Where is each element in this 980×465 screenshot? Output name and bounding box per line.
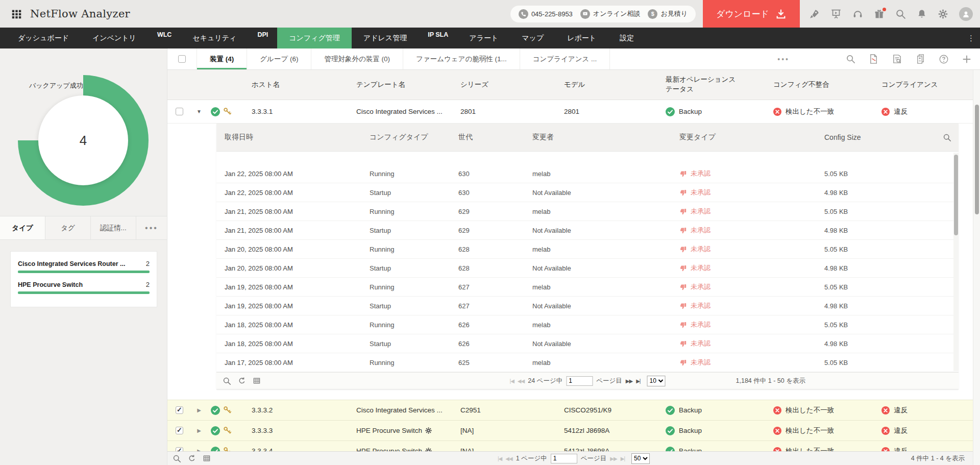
refresh-icon[interactable] (238, 377, 246, 385)
col-header-host[interactable]: ホスト名 (237, 80, 339, 90)
sidebar-tab-credentials[interactable]: 認証情... (91, 216, 136, 239)
nav-tab-maps[interactable]: マップ (510, 28, 555, 48)
sidebar-tab-type[interactable]: タイプ (0, 216, 45, 239)
device-host[interactable]: 3.3.3.1 (237, 108, 339, 115)
page-size-select[interactable]: 50 (631, 453, 650, 464)
table-view-icon[interactable] (203, 454, 211, 462)
presentation-icon[interactable] (830, 8, 842, 19)
device-template[interactable]: HPE Procurve Switch (339, 427, 449, 434)
prev-page-button[interactable]: ◀◀ (505, 456, 512, 461)
prev-page-button[interactable]: ◀◀ (518, 378, 524, 384)
nav-tab-alerts[interactable]: アラート (457, 28, 510, 48)
col-header-status[interactable]: 最新オペレーションステータス (658, 75, 763, 94)
nav-tab-dashboard[interactable]: ダッシュボード (6, 28, 81, 48)
row-checkbox[interactable] (176, 427, 183, 434)
search-icon[interactable] (895, 9, 906, 19)
nav-tab-ipsla[interactable]: IP SLA (419, 28, 457, 48)
device-compliance[interactable]: 違反 (868, 107, 960, 116)
device-row[interactable]: 3.3.3.1 Cisco Integrated Services ... 28… (167, 100, 980, 124)
config-history-row[interactable]: Jan 21, 2025 08:00 AM Startup 629 Not Av… (216, 221, 959, 240)
add-device-icon[interactable] (962, 54, 972, 64)
search-icon[interactable] (223, 377, 231, 385)
subtab-compliance[interactable]: コンプライアンス ... (520, 48, 610, 69)
config-history-row[interactable]: Jan 18, 2025 08:00 AM Startup 626 Not Av… (216, 334, 959, 353)
subtab-groups[interactable]: グループ (6) (247, 48, 311, 69)
gift-icon[interactable] (874, 9, 885, 19)
config-history-row[interactable]: Jan 22, 2025 08:00 AM Startup 630 Not Av… (216, 183, 959, 202)
gear-icon[interactable] (425, 427, 432, 434)
device-host[interactable]: 3.3.3.3 (237, 427, 339, 434)
col-header-generation[interactable]: 世代 (458, 133, 532, 142)
col-header-series[interactable]: シリーズ (449, 80, 541, 90)
page-number-input[interactable] (566, 376, 593, 386)
row-checkbox[interactable] (176, 108, 183, 115)
nav-tab-security[interactable]: セキュリティ (181, 28, 248, 48)
config-history-row[interactable]: Jan 20, 2025 08:00 AM Running 628 melab … (216, 240, 959, 259)
vertical-scrollbar[interactable] (973, 70, 980, 465)
subtab-unmanaged-devices[interactable]: 管理対象外の装置 (0) (311, 48, 403, 69)
download-button[interactable]: ダウンロード (703, 0, 800, 28)
config-history-row[interactable]: Jan 19, 2025 08:00 AM Running 627 melab … (216, 278, 959, 297)
nav-overflow-icon[interactable]: ⋮ (962, 28, 980, 48)
settings-gear-icon[interactable] (938, 9, 948, 19)
device-row[interactable]: 3.3.3.3 HPE Procurve Switch [NA] 5412zl … (167, 420, 980, 440)
user-avatar[interactable] (959, 7, 973, 21)
search-icon[interactable] (173, 454, 181, 463)
last-page-button[interactable]: ▶| (621, 456, 625, 461)
help-icon[interactable] (939, 54, 949, 64)
device-conflict[interactable]: 検出した不一致 (763, 426, 868, 435)
nav-tab-inventory[interactable]: インベントリ (81, 28, 148, 48)
select-all-checkbox[interactable] (178, 55, 186, 63)
rocket-icon[interactable] (809, 9, 820, 19)
table-view-icon[interactable] (253, 377, 261, 385)
last-page-button[interactable]: ▶| (636, 378, 640, 384)
page-size-select[interactable]: 10 (647, 376, 665, 386)
device-template[interactable]: Cisco Integrated Services ... (339, 108, 449, 115)
config-history-row[interactable]: Jan 20, 2025 08:00 AM Startup 628 Not Av… (216, 259, 959, 278)
config-diff-doc-icon[interactable] (915, 54, 926, 64)
online-consult-link[interactable]: オンライン相談 (580, 9, 641, 19)
first-page-button[interactable]: |◀ (510, 378, 514, 384)
col-header-config-type[interactable]: コンフィグタイプ (370, 133, 458, 142)
refresh-icon[interactable] (188, 454, 196, 462)
config-history-row[interactable]: Jan 17, 2025 08:00 AM Running 625 melab … (216, 353, 959, 372)
device-host[interactable]: 3.3.3.2 (237, 406, 339, 414)
expand-arrow-icon[interactable] (191, 428, 207, 433)
col-header-compliance[interactable]: コンプライアンス (868, 80, 960, 90)
first-page-button[interactable]: |◀ (498, 456, 502, 461)
type-list-item[interactable]: HPE Procurve Switch 2 (18, 281, 150, 294)
device-row[interactable]: 3.3.3.2 Cisco Integrated Services ... C2… (167, 400, 980, 420)
page-number-input[interactable] (551, 454, 577, 463)
nav-tab-dpi[interactable]: DPI (248, 28, 277, 48)
estimate-link[interactable]: $ お見積り (648, 9, 688, 19)
device-template[interactable]: Cisco Integrated Services ... (339, 406, 449, 414)
type-list-item[interactable]: Cisco Integrated Services Router ... 2 (18, 260, 150, 273)
config-table-scrollbar[interactable] (953, 153, 959, 371)
subtab-firmware-vulnerability[interactable]: ファームウェアの脆弱性 (1... (403, 48, 520, 69)
next-page-button[interactable]: ▶▶ (626, 378, 632, 384)
sidebar-tabs-overflow-icon[interactable]: ••• (136, 216, 167, 239)
device-compliance[interactable]: 違反 (868, 406, 960, 415)
audit-doc-search-icon[interactable] (892, 54, 902, 64)
col-header-template[interactable]: テンプレート名 (339, 80, 449, 90)
app-grid-icon[interactable] (11, 9, 22, 19)
backup-success-donut-chart[interactable]: 4 (18, 75, 149, 206)
nav-tab-settings[interactable]: 設定 (608, 28, 646, 48)
nav-tab-wlc[interactable]: WLC (148, 28, 181, 48)
config-search-icon[interactable] (943, 133, 959, 142)
notifications-bell-icon[interactable] (917, 9, 927, 19)
nav-tab-config-management[interactable]: コンフィグ管理 (277, 28, 352, 48)
config-history-row[interactable]: Jan 19, 2025 08:00 AM Startup 627 Not Av… (216, 297, 959, 315)
sidebar-tab-tag[interactable]: タグ (45, 216, 91, 239)
config-history-row[interactable]: Jan 21, 2025 08:00 AM Running 629 melab … (216, 202, 959, 221)
device-compliance[interactable]: 違反 (868, 426, 960, 435)
scrollbar-thumb[interactable] (954, 155, 958, 235)
phone-contact[interactable]: 045-225-8953 (519, 9, 573, 19)
col-header-change-type[interactable]: 変更タイプ (679, 133, 824, 142)
collapse-arrow-icon[interactable] (191, 109, 207, 114)
expand-arrow-icon[interactable] (191, 407, 207, 413)
headset-icon[interactable] (852, 9, 863, 19)
device-conflict[interactable]: 検出した不一致 (763, 406, 868, 415)
nav-tab-address-management[interactable]: アドレス管理 (352, 28, 419, 48)
col-header-date[interactable]: 取得日時 (216, 133, 370, 142)
